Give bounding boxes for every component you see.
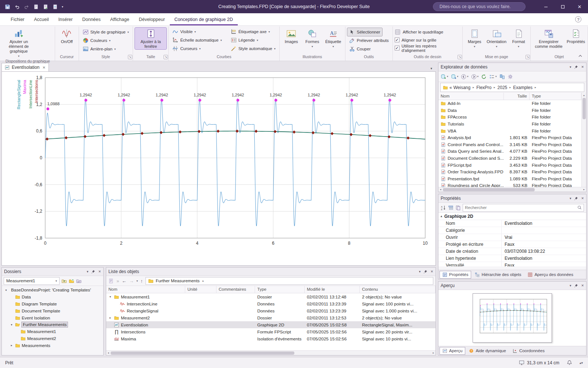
tree-item-measurements[interactable]: ▸ Measurements [2,342,103,349]
import-data-icon[interactable]: ▾ [441,74,448,79]
pin-icon[interactable] [423,270,427,274]
legend-button[interactable]: Légende ▾ [229,36,260,44]
explorer-row-fpaccess[interactable]: FPAccess File folder [438,114,581,121]
tree-item-measurement1[interactable]: Measurement1 [2,328,103,335]
column-header-commentaires[interactable]: Commentaires [216,286,255,293]
close-panel-icon[interactable]: ✕ [581,197,584,200]
forward-icon[interactable]: → [129,278,134,284]
column-header-taille[interactable]: Taille [504,93,530,100]
tree-item-document-template[interactable]: Document Template [2,307,103,314]
explorer-row-control-panels-and-control[interactable]: Control Panels and Control... 3.145 KB F… [438,141,581,148]
explorer-row-data[interactable]: Data File folder [438,107,581,114]
column-header-type[interactable]: Type [255,286,305,293]
close-panel-icon[interactable]: ✕ [98,270,101,273]
tab-hierarchie-des-objets[interactable]: Hiérarchie des objets [472,271,524,279]
scroll-left-icon[interactable]: ◂ [438,188,443,191]
expander-icon[interactable]: ▾ [4,289,8,292]
expander-icon[interactable]: ▾ [10,323,14,326]
property-pages-icon[interactable] [455,205,461,210]
panel-menu-icon[interactable]: ▾ [570,197,571,200]
properties-search-input[interactable] [465,205,576,210]
breadcrumb-item-weisang[interactable]: Weisang [453,85,470,90]
undo-icon[interactable] [12,2,21,11]
explorer-row-document-collection-and-s[interactable]: Document Collection and S... 2.229 KB Fl… [438,155,581,162]
object-row-measurement2[interactable]: ▸ Measurement2 Dossier 02/02/2011 13:12:… [106,314,435,321]
new-folder-icon[interactable] [69,278,74,284]
new-object-icon[interactable] [32,2,40,11]
axis-labeling-button[interactable]: Étiquetage axe ▾ [229,28,272,36]
search-input[interactable] [440,4,521,9]
property-row-protege-en-ecriture[interactable]: Protégé en écriture Faux [438,241,586,248]
breadcrumb-item-examples[interactable]: Examples [513,85,533,90]
settings-icon[interactable] [508,74,513,79]
new-folder-icon[interactable] [41,2,50,11]
expander-icon[interactable]: ▾ [108,295,112,298]
folder-props-icon[interactable] [76,278,82,284]
history-caret-icon[interactable]: ▾ [136,279,138,283]
snap-to-grid-checkbox[interactable]: ✓ Aligner sur la grille [395,36,437,44]
scrollbar-thumb[interactable] [582,98,586,119]
property-row-lien-hypertexte[interactable]: Lien hypertexte EventIsolation [438,255,586,262]
up-icon[interactable]: ↑ [140,278,143,284]
folder-selector[interactable]: Measurement1 ▾ [4,277,60,285]
panel-menu-icon[interactable]: ▾ [419,270,421,273]
explorer-breadcrumb[interactable]: « Weisang▸FlexPro▸2025▸Examples▸ [440,83,584,92]
status-options-icon[interactable]: ▴▾ [580,361,583,365]
property-row-categorie[interactable]: Catégorie [438,227,586,234]
tab-apercu-des-donnees[interactable]: Aperçu des données [525,271,576,279]
tab-proprietes[interactable]: Propriétés [440,271,471,279]
pin-icon[interactable] [574,65,578,69]
object-row-eventisolation[interactable]: EventIsolation Graphique 2D 07/05/2025 1… [106,321,435,328]
menu-tab-affichage[interactable]: Affichage [105,13,134,25]
column-header-nom[interactable]: Nom [106,286,185,293]
menu-tab-developpeur[interactable]: Développeur [134,13,170,25]
dialog-launcher-icon[interactable]: ↘ [128,55,132,59]
chevron-left-icon[interactable]: « [449,85,452,90]
expander-icon[interactable]: ▸ [10,344,14,347]
images-button[interactable]: Images [282,28,301,45]
column-header-type[interactable]: Type [530,93,581,100]
panel-menu-icon[interactable]: ▾ [87,270,89,273]
shapes-button[interactable]: Formes ▾ [302,28,322,49]
tree-item-measurement2[interactable]: Measurement2 [2,335,103,342]
expander-icon[interactable]: ▸ [108,316,112,319]
orientation-button[interactable]: Orientation ▾ [485,28,508,49]
chart-style-button[interactable]: Style de graphique ▾ [81,28,131,36]
horizontal-scrollbar[interactable]: ◂ ▸ [106,350,435,355]
scrollbar-thumb[interactable] [111,351,294,355]
horizontal-scrollbar[interactable]: ◂ ▸ [438,187,586,192]
document-tab-eventisolation[interactable]: EventIsolation ✕ [1,63,49,71]
explorer-row-analysis-fpd[interactable]: Analysis.fpd 1.801 KB FlexPro Project Da… [438,134,581,141]
column-header-contenu[interactable]: Contenu [360,286,435,293]
tab-aide-dynamique[interactable]: ?Aide dynamique [466,347,509,355]
redo-icon[interactable] [22,2,31,11]
cursor-onoff-button[interactable]: On/Off [57,28,77,45]
collapse-ribbon-icon[interactable] [576,53,584,59]
margins-button[interactable]: Marges ▾ [465,28,484,49]
pin-icon[interactable] [574,197,578,201]
refresh-icon[interactable] [481,74,487,79]
help-icon[interactable]: ? [575,16,581,22]
save-icon[interactable] [3,2,12,11]
tab-coordonnees[interactable]: Coordonnées [510,347,548,355]
explorer-row-tutorials[interactable]: Tutorials File folder [438,121,581,128]
tree-item-further-measurements[interactable]: ▾ Further Measurements [2,321,103,328]
dialog-launcher-icon[interactable]: ↘ [164,55,168,59]
close-tab-icon[interactable]: ✕ [42,66,45,70]
close-panel-icon[interactable]: ✕ [581,284,584,287]
index-icon[interactable] [499,74,505,79]
object-row-intersectionline[interactable]: IntersectionLine Données 02/02/2011 13:2… [106,300,435,307]
breadcrumb-item-flexpro[interactable]: FlexPro [476,85,491,90]
menu-tab-donnees[interactable]: Données [78,13,105,25]
explorer-row-vba[interactable]: VBA File folder [438,127,581,134]
pin-icon[interactable] [91,270,95,274]
menu-tab-inserer[interactable]: Insérer [54,13,78,25]
object-row-measurement1[interactable]: ▾ Measurement1 Dossier 02/02/2011 13:12:… [106,293,435,300]
close-panel-icon[interactable]: ✕ [581,65,584,69]
scroll-left-icon[interactable]: ◂ [106,351,111,354]
format-button[interactable]: Format ▾ [509,28,528,49]
select-button[interactable]: Sélectionner [347,28,382,36]
fit-to-window-button[interactable]: Ajuster à la fenêtre [135,28,167,49]
menu-tab-accueil[interactable]: Accueil [29,13,54,25]
show-grid-button[interactable]: Afficher le quadrillage [395,28,443,36]
